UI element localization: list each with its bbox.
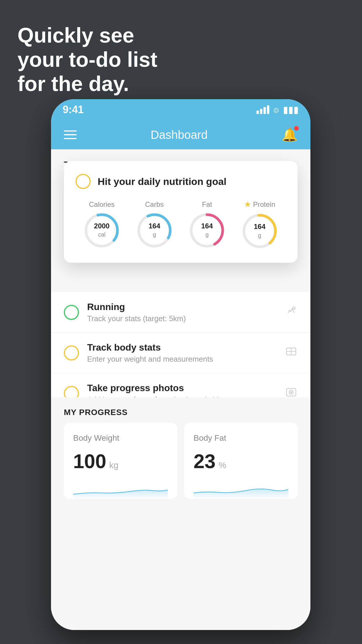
notification-bell-icon[interactable]: 🔔	[282, 127, 298, 142]
phone-frame: 9:41 ⌾ ▮▮▮ Dashboard 🔔	[51, 99, 310, 630]
calories-ring: 2000cal	[83, 211, 121, 249]
headline: Quickly see your to-do list for the day.	[17, 23, 157, 96]
running-icon	[285, 304, 298, 320]
body-stats-text: Track body stats Enter your weight and m…	[87, 342, 277, 364]
menu-icon[interactable]	[64, 130, 77, 139]
phone-wrapper: 9:41 ⌾ ▮▮▮ Dashboard 🔔	[51, 99, 310, 630]
signal-icon	[256, 105, 269, 114]
body-weight-value-row: 100 kg	[73, 450, 168, 473]
headline-line3: for the day.	[17, 72, 157, 96]
calories-value: 2000cal	[94, 222, 110, 239]
body-fat-chart	[194, 481, 288, 499]
battery-icon: ▮▮▮	[283, 104, 299, 115]
app-header: Dashboard 🔔	[51, 120, 310, 149]
protein-label: Protein	[253, 200, 275, 209]
fat-label: Fat	[202, 200, 212, 209]
wifi-icon: ⌾	[273, 104, 279, 115]
nutrition-card: Hit your daily nutrition goal Calories 2…	[64, 161, 298, 263]
nutrition-card-header: Hit your daily nutrition goal	[75, 174, 286, 189]
nutrition-items-row: Calories 2000cal Carbs	[75, 200, 286, 250]
body-fat-card-title: Body Fat	[194, 433, 288, 443]
notification-dot	[294, 126, 299, 131]
nutrition-fat: Fat 164g	[188, 200, 226, 249]
protein-value: 164g	[254, 223, 266, 239]
todo-list: Running Track your stats (target: 5km) T…	[51, 292, 310, 414]
photos-title: Take progress photos	[87, 383, 277, 393]
body-weight-card: Body Weight 100 kg	[64, 423, 177, 499]
status-time: 9:41	[63, 104, 84, 116]
progress-cards-row: Body Weight 100 kg	[51, 423, 310, 499]
body-weight-number: 100	[73, 450, 106, 473]
carbs-ring: 164g	[136, 211, 173, 249]
nutrition-calories: Calories 2000cal	[83, 200, 121, 249]
nutrition-carbs: Carbs 164g	[136, 200, 173, 249]
body-stats-title: Track body stats	[87, 342, 277, 353]
nutrition-protein: ★ Protein 164g	[241, 200, 279, 250]
progress-section: MY PROGRESS Body Weight 100 kg	[51, 397, 310, 499]
running-checkbox[interactable]	[64, 305, 79, 320]
calories-label: Calories	[89, 200, 115, 209]
running-subtitle: Track your stats (target: 5km)	[87, 314, 277, 323]
nutrition-checkbox[interactable]	[75, 174, 91, 189]
body-fat-unit: %	[219, 460, 226, 470]
body-stats-checkbox[interactable]	[64, 345, 79, 360]
body-weight-chart	[73, 481, 168, 499]
headline-line1: Quickly see	[17, 23, 157, 48]
running-text: Running Track your stats (target: 5km)	[87, 302, 277, 323]
progress-section-label: MY PROGRESS	[51, 397, 310, 423]
body-fat-number: 23	[194, 450, 216, 473]
running-title: Running	[87, 302, 277, 312]
header-title: Dashboard	[151, 128, 208, 141]
scale-icon	[285, 345, 298, 361]
headline-line2: your to-do list	[17, 48, 157, 72]
protein-ring: 164g	[241, 212, 279, 250]
app-content: THINGS TO DO TODAY Hit your daily nutrit…	[51, 149, 310, 630]
star-icon: ★	[244, 200, 251, 209]
nutrition-card-title: Hit your daily nutrition goal	[98, 176, 226, 187]
status-bar: 9:41 ⌾ ▮▮▮	[51, 99, 310, 120]
carbs-label: Carbs	[145, 200, 164, 209]
body-fat-value-row: 23 %	[194, 450, 288, 473]
status-icons: ⌾ ▮▮▮	[256, 104, 299, 115]
protein-label-row: ★ Protein	[244, 200, 275, 209]
todo-running[interactable]: Running Track your stats (target: 5km)	[51, 292, 310, 333]
body-fat-card: Body Fat 23 %	[184, 423, 298, 499]
body-weight-unit: kg	[109, 460, 118, 470]
fat-value: 164g	[201, 222, 213, 239]
body-stats-subtitle: Enter your weight and measurements	[87, 355, 277, 364]
todo-body-stats[interactable]: Track body stats Enter your weight and m…	[51, 333, 310, 373]
carbs-value: 164g	[149, 222, 160, 239]
svg-point-13	[290, 391, 292, 393]
body-weight-card-title: Body Weight	[73, 433, 168, 443]
fat-ring: 164g	[188, 211, 226, 249]
